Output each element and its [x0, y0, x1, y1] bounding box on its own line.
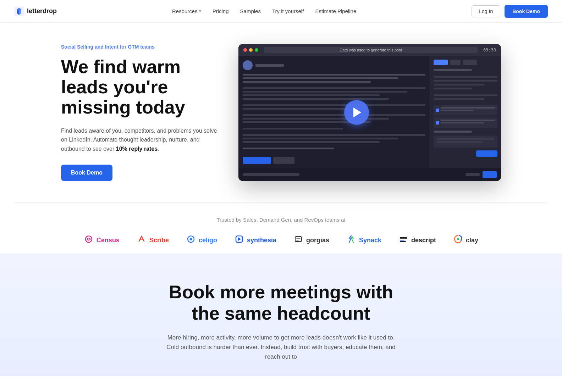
nav-estimate-label: Estimate Pipeline	[315, 8, 356, 14]
nav-item-pricing[interactable]: Pricing	[213, 8, 229, 15]
logos-row: Census Scribe celigo	[14, 234, 548, 246]
content-line-17	[243, 148, 334, 149]
rp-action-row	[434, 150, 497, 157]
video-timer: 03:38	[483, 48, 496, 53]
bottom-title: Book more meetings with the same headcou…	[157, 282, 405, 324]
hero-subtitle-highlight: 10% reply rates	[116, 146, 158, 152]
hero-subtitle-end: .	[158, 146, 159, 152]
hero-video-container: Data was used to generate this post 03:3…	[238, 44, 501, 181]
video-username	[255, 64, 284, 67]
play-button[interactable]	[344, 100, 369, 125]
video-bottom-bar	[238, 168, 501, 181]
logo-census: Census	[84, 234, 120, 246]
rp-line-1	[434, 69, 472, 71]
celigo-label: celigo	[199, 237, 217, 244]
video-right-panel	[430, 56, 501, 168]
video-user-row	[243, 60, 425, 70]
window-controls	[243, 48, 258, 52]
hero-subtitle: Find leads aware of you, competitors, an…	[61, 126, 217, 154]
bottom-bar-line	[243, 173, 299, 176]
content-line-6	[243, 94, 380, 96]
tab-data	[434, 60, 448, 65]
celigo-icon	[186, 234, 196, 246]
synthesia-icon	[234, 234, 244, 246]
play-icon	[353, 107, 361, 117]
bottom-section: Book more meetings with the same headcou…	[0, 253, 562, 376]
hero-tag: Social Selling and Intent for GTM teams	[61, 44, 217, 50]
close-dot	[243, 48, 247, 52]
scribe-icon	[137, 234, 147, 246]
nav-links: Resources ▾ Pricing Samples Try it yours…	[172, 8, 356, 15]
hero-section: Social Selling and Intent for GTM teams …	[33, 23, 529, 202]
content-line-9	[243, 108, 362, 110]
logo-synthesia: synthesia	[234, 234, 276, 246]
bottom-subtitle: More hiring, more activity, more volume …	[160, 333, 402, 362]
nav-item-try-yourself[interactable]: Try it yourself	[272, 8, 304, 15]
template-box	[434, 136, 497, 148]
content-line-2	[243, 77, 398, 79]
link-item-1	[434, 105, 497, 115]
content-line-4	[243, 87, 425, 89]
census-icon	[84, 234, 94, 246]
content-line-8	[243, 104, 425, 106]
book-demo-nav-button[interactable]: Book Demo	[505, 5, 548, 18]
rp-line-2	[434, 76, 497, 78]
gorgias-icon	[293, 234, 303, 246]
minimize-dot	[249, 48, 253, 52]
logo-scribe: Scribe	[137, 234, 169, 246]
video-left-panel	[238, 56, 430, 168]
maximize-dot	[255, 48, 258, 52]
video-topbar: Data was used to generate this post 03:3…	[238, 44, 501, 56]
clay-label: clay	[466, 237, 478, 244]
trusted-text: Trusted by Sales, Demand Gen, and RevOps…	[14, 217, 548, 223]
cta-button-mockup	[243, 157, 271, 164]
video-mockup: Data was used to generate this post 03:3…	[238, 44, 501, 181]
hero-content: Social Selling and Intent for GTM teams …	[61, 44, 217, 181]
navbar: letterdrop Resources ▾ Pricing Samples T…	[0, 0, 562, 23]
url-bar: Data was used to generate this post	[264, 47, 478, 53]
clay-icon	[453, 234, 463, 246]
input-mockup	[273, 157, 294, 164]
gorgias-label: gorgias	[306, 237, 329, 244]
nav-samples-label: Samples	[240, 8, 261, 14]
nav-try-yourself-label: Try it yourself	[272, 8, 304, 14]
logo-icon	[14, 6, 24, 16]
logo-descript: descript	[398, 234, 436, 246]
bottom-bar-action	[465, 173, 480, 176]
rp-line-6	[434, 94, 497, 96]
generate-button-mockup	[476, 150, 497, 157]
content-line-15	[243, 138, 398, 139]
svg-point-3	[189, 238, 192, 241]
book-demo-hero-button[interactable]: Book Demo	[61, 165, 112, 181]
content-line-14	[243, 134, 425, 136]
svg-point-6	[457, 238, 459, 240]
logo-celigo: celigo	[186, 234, 217, 246]
logo-gorgias: gorgias	[293, 234, 329, 246]
rp-line-4	[434, 84, 485, 85]
link-item-2	[434, 117, 497, 128]
video-avatar	[243, 60, 253, 70]
login-button[interactable]: Log In	[472, 5, 500, 17]
content-line-5	[243, 91, 407, 93]
content-line-13	[243, 128, 343, 129]
hero-title: We find warm leads you're missing today	[61, 57, 217, 118]
nav-item-samples[interactable]: Samples	[240, 8, 261, 15]
video-window: Data was used to generate this post 03:3…	[238, 44, 501, 181]
url-text: Data was used to generate this post	[340, 48, 402, 52]
census-label: Census	[97, 237, 120, 244]
rp-line-7	[434, 98, 485, 100]
content-line-3	[243, 81, 371, 83]
svg-rect-5	[295, 237, 302, 242]
content-line-7	[243, 98, 389, 100]
nav-actions: Log In Book Demo	[472, 5, 548, 18]
brand-name: letterdrop	[27, 7, 57, 15]
synack-label: Synack	[359, 237, 381, 244]
scribe-label: Scribe	[149, 237, 169, 244]
logo[interactable]: letterdrop	[14, 6, 57, 16]
nav-pricing-label: Pricing	[213, 8, 229, 14]
nav-item-resources[interactable]: Resources ▾	[172, 8, 201, 14]
nav-item-estimate-pipeline[interactable]: Estimate Pipeline	[315, 8, 356, 15]
tab-source	[463, 60, 477, 65]
panel-tabs	[434, 60, 497, 65]
chevron-down-icon: ▾	[199, 9, 201, 13]
